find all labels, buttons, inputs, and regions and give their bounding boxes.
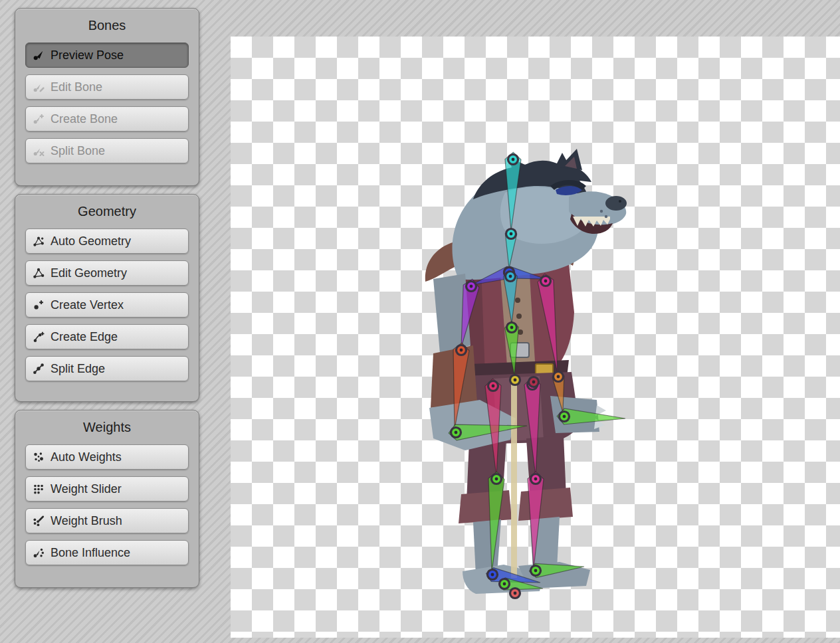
preview-pose-icon [33, 49, 45, 61]
split-edge-button[interactable]: Split Edge [25, 356, 189, 381]
edit-bone-label: Edit Bone [51, 80, 102, 94]
weight-slider-label: Weight Slider [51, 482, 122, 496]
auto-geometry-button[interactable]: Auto Geometry [25, 229, 189, 254]
sprite-canvas[interactable] [231, 37, 840, 638]
preview-pose-label: Preview Pose [51, 48, 124, 62]
split-bone-icon [33, 145, 45, 157]
panel-weights: Weights Auto Weights Weight Slider Weigh… [15, 410, 199, 588]
panel-geometry: Geometry Auto Geometry Edit Geometry Cre… [15, 194, 199, 402]
auto-weights-button[interactable]: Auto Weights [25, 444, 189, 470]
split-edge-label: Split Edge [51, 362, 105, 376]
panel-bones: Bones Preview Pose Edit Bone Create Bone… [15, 8, 199, 186]
create-vertex-label: Create Vertex [51, 298, 124, 312]
bone-influence-icon [33, 547, 45, 559]
create-bone-label: Create Bone [51, 112, 118, 126]
create-edge-icon [33, 331, 45, 343]
weight-slider-button[interactable]: Weight Slider [25, 476, 189, 502]
panel-bones-title: Bones [25, 18, 189, 33]
create-bone-icon [33, 113, 45, 125]
weight-brush-button[interactable]: Weight Brush [25, 508, 189, 533]
edit-geometry-button[interactable]: Edit Geometry [25, 260, 189, 286]
weight-slider-icon [33, 483, 45, 495]
edit-bone-icon [33, 81, 45, 93]
create-bone-button[interactable]: Create Bone [25, 106, 189, 132]
create-vertex-icon [33, 299, 45, 311]
edit-geometry-icon [33, 267, 45, 279]
split-bone-label: Split Bone [51, 144, 105, 158]
bone-influence-label: Bone Influence [51, 546, 130, 560]
panel-weights-title: Weights [25, 420, 189, 435]
split-bone-button[interactable]: Split Bone [25, 138, 189, 163]
create-vertex-button[interactable]: Create Vertex [25, 292, 189, 318]
preview-pose-button[interactable]: Preview Pose [25, 43, 189, 68]
split-edge-icon [33, 363, 45, 375]
sprite-canvas-svg [231, 37, 840, 638]
panel-geometry-title: Geometry [25, 204, 189, 219]
auto-geometry-icon [33, 235, 45, 247]
create-edge-label: Create Edge [51, 330, 118, 344]
edit-bone-button[interactable]: Edit Bone [25, 74, 189, 100]
auto-geometry-label: Auto Geometry [51, 234, 131, 248]
weight-brush-label: Weight Brush [51, 514, 122, 528]
auto-weights-label: Auto Weights [51, 450, 122, 464]
create-edge-button[interactable]: Create Edge [25, 324, 189, 349]
bone-influence-button[interactable]: Bone Influence [25, 540, 189, 565]
edit-geometry-label: Edit Geometry [51, 266, 127, 280]
auto-weights-icon [33, 451, 45, 463]
weight-brush-icon [33, 515, 45, 527]
